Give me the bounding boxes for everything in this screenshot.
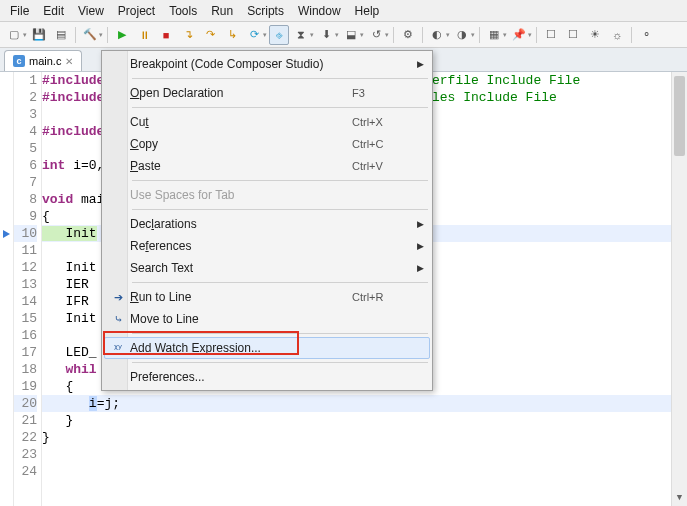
stop-icon[interactable]: ■ [156,25,176,45]
cm-run-to-line[interactable]: ➔ Run to Line Ctrl+R [104,286,430,308]
cm-paste[interactable]: Paste Ctrl+V [104,155,430,177]
scroll-thumb[interactable] [674,76,685,156]
cm-add-watch-expression[interactable]: ᵡʸ Add Watch Expression... [104,337,430,359]
save-icon[interactable]: 💾 [29,25,49,45]
vertical-scrollbar[interactable]: ▲ ▼ [671,72,687,506]
cm-move-to-line[interactable]: ⤷ Move to Line [104,308,430,330]
menu-file[interactable]: File [4,2,35,20]
close-tab-icon[interactable]: ✕ [65,56,73,67]
toggle1-icon[interactable]: ☐ [541,25,561,45]
restart-icon[interactable]: ⟳ [244,25,264,45]
menu-scripts[interactable]: Scripts [241,2,290,20]
menu-window[interactable]: Window [292,2,347,20]
tab-main-c[interactable]: c main.c ✕ [4,50,82,71]
clock-icon[interactable]: ⧗ [291,25,311,45]
cm-declarations[interactable]: Declarations ▶ [104,213,430,235]
menu-help[interactable]: Help [349,2,386,20]
c-file-icon: c [13,55,25,67]
cm-use-spaces: Use Spaces for Tab [104,184,430,206]
build-icon[interactable]: 🔨 [80,25,100,45]
reset-icon[interactable]: ↺ [366,25,386,45]
step-over-icon[interactable]: ↷ [200,25,220,45]
save-all-icon[interactable]: ▤ [51,25,71,45]
cm-breakpoint[interactable]: Breakpoint (Code Composer Studio) ▶ [104,53,430,75]
pause-icon[interactable]: ⏸ [134,25,154,45]
toolbar: ▢▾ 💾 ▤ 🔨▾ ▶ ⏸ ■ ↴ ↷ ↳ ⟳▾ ⎆ ⧗▾ ⬇▾ ⬓▾ ↺▾ ⚙… [0,22,687,48]
action1-icon[interactable]: ◐ [427,25,447,45]
menu-tools[interactable]: Tools [163,2,203,20]
grid-icon[interactable]: ▦ [484,25,504,45]
toggle2-icon[interactable]: ☐ [563,25,583,45]
scroll-down-icon[interactable]: ▼ [672,490,687,506]
step-into-icon[interactable]: ↴ [178,25,198,45]
menu-view[interactable]: View [72,2,110,20]
run-to-line-icon: ➔ [106,287,130,307]
extra2-icon[interactable]: ☼ [607,25,627,45]
new-icon[interactable]: ▢ [4,25,24,45]
instruction-pointer-icon [3,230,10,238]
context-menu: Breakpoint (Code Composer Studio) ▶ Open… [101,50,433,391]
action2-icon[interactable]: ◑ [452,25,472,45]
load-icon[interactable]: ⬇ [316,25,336,45]
comment-text-2: les Include File [432,89,557,106]
step-out-icon[interactable]: ↳ [222,25,242,45]
menu-bar: File Edit View Project Tools Run Scripts… [0,0,687,22]
extra3-icon[interactable]: ⚬ [636,25,656,45]
menu-edit[interactable]: Edit [37,2,70,20]
move-to-line-icon: ⤷ [106,309,130,329]
resume-icon[interactable]: ▶ [112,25,132,45]
menu-project[interactable]: Project [112,2,161,20]
marker-column[interactable] [0,72,14,506]
cm-preferences[interactable]: Preferences... [104,366,430,388]
tab-label: main.c [29,55,61,67]
pin-icon[interactable]: 📌 [509,25,529,45]
asm-step-icon[interactable]: ⎆ [269,25,289,45]
cm-open-declaration[interactable]: Open Declaration F3 [104,82,430,104]
watch-icon: ᵡʸ [106,338,130,358]
cm-references[interactable]: References ▶ [104,235,430,257]
line-numbers: 123456789 10 111213141516171819 20 21222… [14,72,42,506]
menu-run[interactable]: Run [205,2,239,20]
extra1-icon[interactable]: ☀ [585,25,605,45]
chip-icon[interactable]: ⚙ [398,25,418,45]
cm-cut[interactable]: Cut Ctrl+X [104,111,430,133]
memory-icon[interactable]: ⬓ [341,25,361,45]
cm-copy[interactable]: Copy Ctrl+C [104,133,430,155]
comment-text: erfile Include File [432,72,580,89]
cm-search-text[interactable]: Search Text ▶ [104,257,430,279]
